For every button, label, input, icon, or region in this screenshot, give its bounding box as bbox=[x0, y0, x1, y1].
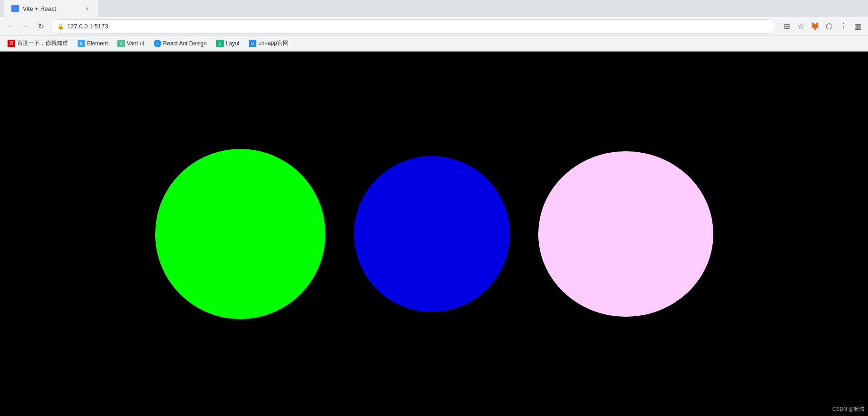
uniapp-favicon: U bbox=[249, 40, 256, 47]
sidebar-icon: ▥ bbox=[854, 22, 861, 31]
element-favicon: E bbox=[78, 40, 85, 47]
translate-button[interactable]: ⊞ bbox=[780, 20, 793, 33]
profile-button[interactable]: 🦊 bbox=[808, 20, 822, 33]
toolbar-actions: ⊞ ☆ 🦊 ⬡ ⋮ ▥ bbox=[780, 20, 864, 33]
profile-icon: 🦊 bbox=[810, 22, 820, 31]
translate-icon: ⊞ bbox=[784, 22, 790, 31]
lock-icon: 🔒 bbox=[57, 23, 64, 30]
navigation-toolbar: ← → ↻ 🔒 ⊞ ☆ 🦊 ⬡ ⋮ bbox=[0, 17, 868, 36]
tab-bar: Vite + React × bbox=[0, 0, 868, 17]
react-antd-label: React Ant Design bbox=[163, 40, 207, 47]
bookmark-uniapp[interactable]: U uni-app官网 bbox=[245, 37, 292, 49]
bookmark-element[interactable]: E Element bbox=[74, 38, 112, 49]
watermark: CSDN @耿瑞 bbox=[833, 406, 864, 413]
page-content: CSDN @耿瑞 bbox=[0, 52, 868, 416]
react-antd-favicon: ◇ bbox=[154, 40, 161, 47]
back-icon: ← bbox=[7, 22, 14, 31]
uniapp-label: uni-app官网 bbox=[258, 39, 289, 47]
layui-favicon: L bbox=[216, 40, 224, 47]
layui-label: Layui bbox=[226, 40, 239, 47]
tab-search-button[interactable]: ⋮ bbox=[837, 20, 850, 33]
address-input[interactable] bbox=[67, 23, 770, 30]
forward-icon: → bbox=[22, 22, 29, 31]
reload-button[interactable]: ↻ bbox=[34, 20, 47, 33]
address-bar[interactable]: 🔒 bbox=[51, 19, 776, 34]
pink-circle bbox=[538, 151, 713, 317]
element-label: Element bbox=[87, 40, 108, 47]
bookmark-vant[interactable]: V Vant ui bbox=[114, 38, 148, 49]
vant-label: Vant ui bbox=[127, 40, 144, 47]
bookmark-layui[interactable]: L Layui bbox=[212, 38, 243, 49]
extensions-button[interactable]: ⬡ bbox=[823, 20, 836, 33]
tab-close-button[interactable]: × bbox=[83, 5, 91, 12]
sidebar-button[interactable]: ▥ bbox=[851, 20, 864, 33]
forward-button[interactable]: → bbox=[19, 20, 32, 33]
tab-favicon bbox=[11, 5, 19, 12]
active-tab[interactable]: Vite + React × bbox=[4, 0, 98, 17]
extensions-icon: ⬡ bbox=[826, 22, 833, 31]
green-circle bbox=[155, 149, 325, 319]
tab-search-icon: ⋮ bbox=[840, 22, 847, 31]
back-button[interactable]: ← bbox=[4, 20, 17, 33]
bookmark-react-antd[interactable]: ◇ React Ant Design bbox=[150, 38, 211, 49]
vant-favicon: V bbox=[117, 40, 125, 47]
blue-circle bbox=[354, 156, 510, 312]
bookmarks-bar: 百 百度一下，你就知道 E Element V Vant ui ◇ React … bbox=[0, 36, 868, 51]
browser-chrome: Vite + React × ← → ↻ 🔒 ⊞ ☆ 🦊 bbox=[0, 0, 868, 52]
star-icon: ☆ bbox=[798, 22, 804, 31]
bookmark-button[interactable]: ☆ bbox=[794, 20, 807, 33]
baidu-label: 百度一下，你就知道 bbox=[17, 39, 68, 47]
tab-title: Vite + React bbox=[23, 5, 83, 12]
bookmark-baidu[interactable]: 百 百度一下，你就知道 bbox=[4, 37, 72, 49]
reload-icon: ↻ bbox=[38, 22, 44, 31]
baidu-favicon: 百 bbox=[8, 40, 15, 47]
